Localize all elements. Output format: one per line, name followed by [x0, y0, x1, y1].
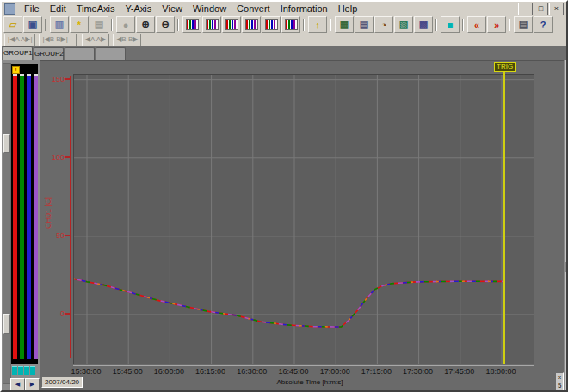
- clear-marks-icon: *: [77, 20, 81, 30]
- menu-item-file[interactable]: File: [19, 3, 45, 15]
- list-window-button[interactable]: ▤: [355, 16, 374, 33]
- help-button[interactable]: ?: [534, 16, 553, 33]
- save-button[interactable]: ▣: [23, 16, 42, 33]
- channel-indicator-3[interactable]: [24, 366, 29, 375]
- menu-items: FileEditTimeAxisY-AxisViewWindowConvertI…: [19, 3, 362, 15]
- color-panel-icon: ■: [448, 20, 454, 30]
- x-tick-label: 16:00:00: [147, 367, 190, 376]
- cursor-b-step-button[interactable]: ◀B B▶: [113, 34, 141, 46]
- marker-button[interactable]: ●: [116, 16, 135, 33]
- x-axis-title: Absolute Time [h:m:s]: [232, 378, 387, 386]
- menu-item-edit[interactable]: Edit: [45, 3, 71, 15]
- display-mode-1-button[interactable]: [182, 16, 201, 33]
- fit-vertical-button[interactable]: ↕: [308, 16, 327, 33]
- system-menu-icon[interactable]: [4, 3, 15, 15]
- minimize-button[interactable]: –: [518, 3, 533, 15]
- convert-open-button[interactable]: «: [467, 16, 486, 33]
- sidebar-scroll-track[interactable]: [3, 63, 11, 384]
- date-box: 2007/04/20: [41, 377, 83, 388]
- channel-bar-box: !: [11, 64, 38, 364]
- right-scrollbar-thumb[interactable]: [565, 262, 568, 272]
- channel-indicator-2[interactable]: [18, 366, 23, 375]
- menu-item-information[interactable]: Information: [275, 3, 333, 15]
- x-tick-label: 15:45:00: [106, 367, 149, 376]
- channel-bar-ch01[interactable]: [13, 74, 17, 359]
- channel-next-button[interactable]: ▶: [25, 378, 40, 391]
- clock-button[interactable]: ◔: [374, 16, 393, 33]
- cursor-b-range-button[interactable]: |◀B B▶|: [39, 34, 71, 46]
- sidebar-scroll-thumb-upper[interactable]: [3, 134, 10, 153]
- open-button[interactable]: ▱: [3, 16, 22, 33]
- channel-indicator-1[interactable]: [12, 366, 17, 375]
- list-window-icon: ▤: [360, 19, 368, 30]
- right-scrollbar[interactable]: [564, 60, 568, 390]
- menu-item-window[interactable]: Window: [188, 3, 232, 15]
- close-button[interactable]: ×: [549, 3, 564, 15]
- tab-group2[interactable]: GROUP2: [34, 47, 64, 60]
- toolbar-separator: [303, 19, 305, 31]
- cursor-a-step-button[interactable]: ◀A A▶: [82, 34, 109, 46]
- trigger-line: [503, 71, 505, 364]
- display-mode-4-button[interactable]: [242, 16, 261, 33]
- marker-icon: ●: [123, 20, 129, 30]
- y-axis-line: [70, 76, 71, 358]
- x-tick-label: 18:00:00: [479, 367, 522, 376]
- tab-blank-2[interactable]: [65, 47, 95, 60]
- plot-area[interactable]: [73, 74, 534, 364]
- menu-item-help[interactable]: Help: [333, 3, 363, 15]
- graph-window-button[interactable]: ▦: [335, 16, 354, 33]
- display-mode-6-icon: [285, 19, 298, 30]
- trigger-marker: TRIG: [494, 62, 516, 72]
- display-mode-1-icon: [186, 19, 199, 30]
- tab-group1[interactable]: GROUP1: [3, 46, 33, 60]
- x-tick-label: 16:45:00: [272, 367, 315, 376]
- y-tick-mark: [65, 78, 70, 80]
- display-mode-3-button[interactable]: [222, 16, 241, 33]
- menu-item-timeaxis[interactable]: TimeAxis: [71, 3, 120, 15]
- display-mode-5-icon: [265, 19, 278, 30]
- sidebar-scroll-thumb-lower[interactable]: [3, 314, 10, 334]
- convert-save-icon: »: [494, 20, 499, 30]
- trace-ch04: [74, 279, 504, 327]
- tab-blank-3[interactable]: [96, 47, 126, 60]
- channel-prev-button[interactable]: ◀: [10, 378, 25, 391]
- print-button[interactable]: ▤: [514, 16, 533, 33]
- x-tick-label: 15:30:00: [65, 367, 108, 376]
- help-icon: ?: [540, 20, 546, 30]
- display-mode-5-button[interactable]: [262, 16, 281, 33]
- zoom-out-icon: ⊖: [161, 19, 169, 30]
- color-panel-button[interactable]: ■: [441, 16, 460, 33]
- channel-indicator-4[interactable]: [30, 366, 35, 375]
- restore-button[interactable]: □: [534, 3, 548, 15]
- clear-marks-button[interactable]: *: [70, 16, 89, 33]
- menu-item-convert[interactable]: Convert: [232, 3, 275, 15]
- channel-bar-ch02[interactable]: [20, 74, 24, 359]
- channel-bar-ch04[interactable]: [34, 74, 38, 359]
- cursor-a-range-button[interactable]: |◀A A▶|: [4, 34, 35, 46]
- display-mode-6-button[interactable]: [281, 16, 300, 33]
- convert-save-button[interactable]: »: [487, 16, 506, 33]
- copy-button[interactable]: ▥: [50, 16, 69, 33]
- menu-item-view[interactable]: View: [157, 3, 188, 15]
- channel-bar-ch03[interactable]: [27, 74, 31, 359]
- toolbar-separator: [462, 19, 464, 31]
- zoom-in-button[interactable]: ⊕: [136, 16, 155, 33]
- paste-button[interactable]: ▤: [90, 16, 108, 33]
- display-mode-4-icon: [245, 19, 258, 30]
- x-tick-label: 16:30:00: [231, 367, 274, 376]
- copy-icon: ▥: [55, 19, 64, 30]
- toolbar-separator: [111, 19, 113, 31]
- multi-window-button[interactable]: ▩: [414, 16, 433, 33]
- y-tick-label: 150: [42, 75, 65, 83]
- zoom-out-button[interactable]: ⊖: [156, 16, 175, 33]
- display-mode-2-icon: [206, 19, 219, 30]
- image-window-icon: ▧: [399, 19, 408, 30]
- zoom-in-icon: ⊕: [141, 19, 149, 30]
- chart-region: CH01 [C] 150100500 TRIG 15:30:0015:45:00…: [40, 60, 564, 391]
- trace-ch01: [74, 279, 504, 327]
- toolbar-separator: [177, 19, 179, 31]
- image-window-button[interactable]: ▧: [394, 16, 413, 33]
- menu-item-yaxis[interactable]: Y-Axis: [120, 3, 157, 15]
- display-mode-2-button[interactable]: [202, 16, 221, 33]
- y-tick-label: 100: [42, 153, 65, 162]
